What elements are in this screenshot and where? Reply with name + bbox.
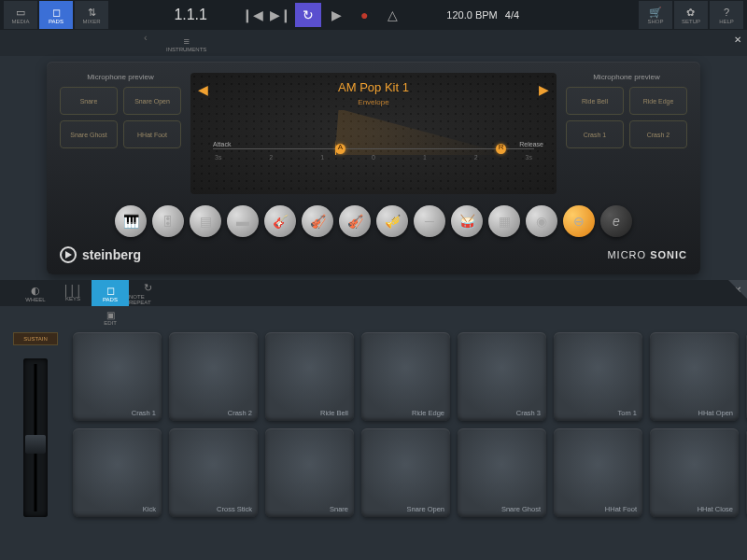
preview-pad[interactable]: Snare Ghost — [60, 120, 118, 148]
chevron-left-icon[interactable]: ‹ — [144, 32, 148, 43]
wheel-icon: ◐ — [31, 285, 40, 297]
instrument-category-row: 🎹 🎛 ▤ ▬ 🎸 🎻 🎻 🎺 ─ 🥁 ▦ ◉ ⊖ e — [60, 205, 687, 237]
media-icon: ▭ — [14, 6, 27, 19]
edit-preset-icon[interactable]: e — [600, 205, 632, 237]
keys-icon: │││ — [63, 285, 83, 296]
slider-thumb[interactable] — [25, 435, 46, 454]
drum-pad[interactable]: Ride Edge — [361, 332, 450, 421]
rewind-button[interactable]: ❙◀ — [239, 3, 265, 27]
drum-pad[interactable]: HHat Foot — [554, 428, 642, 517]
close-lower-icon[interactable]: ✕ — [728, 280, 747, 299]
pads-tab[interactable]: ◻PADS — [92, 280, 129, 306]
strings-icon[interactable]: 🎻 — [302, 205, 333, 237]
drum-pad[interactable]: Crash 1 — [73, 332, 162, 421]
epiano-icon[interactable]: 🎛 — [152, 205, 184, 237]
drum-pad[interactable]: Cross Stick — [169, 428, 258, 517]
setup-button[interactable]: ✿SETUP — [674, 1, 708, 29]
velocity-slider[interactable] — [23, 358, 48, 517]
instruments-tab[interactable]: ≡INSTRUMENTS — [159, 32, 214, 54]
attack-handle[interactable]: A — [335, 144, 345, 154]
gear-icon: ✿ — [684, 6, 698, 19]
aguitar-icon[interactable]: 🎸 — [264, 205, 296, 237]
preset-display: ◀ ▶ AM Pop Kit 1 Envelope Attack Release… — [190, 73, 557, 194]
edit-bar: ▣EDIT — [0, 306, 747, 329]
release-handle[interactable]: R — [496, 144, 506, 154]
drum-pad[interactable]: Snare Open — [361, 428, 450, 517]
preview-right: Microphone preview Ride Bell Ride Edge C… — [566, 73, 687, 194]
preset-prev-icon[interactable]: ◀ — [198, 82, 208, 97]
shop-button[interactable]: 🛒SHOP — [639, 1, 672, 29]
drum-pad[interactable]: Crash 2 — [169, 332, 258, 421]
drum-pad[interactable]: Snare — [265, 428, 354, 517]
pads-button[interactable]: ◻PADS — [39, 1, 73, 29]
percussion-icon[interactable]: ◉ — [526, 205, 557, 237]
drum-pad[interactable]: HHat Open — [650, 332, 739, 421]
list-icon: ≡ — [183, 35, 189, 47]
drum-pad[interactable]: Ride Bell — [265, 332, 354, 421]
mallet-icon[interactable]: ▦ — [488, 205, 520, 237]
close-panel-icon[interactable]: ✕ — [728, 30, 747, 49]
envelope-label: Envelope — [213, 98, 534, 106]
drum-pad-grid: Crash 1 Crash 2 Ride Bell Ride Edge Cras… — [73, 332, 740, 517]
mixer-button[interactable]: ⇅MIXER — [75, 1, 108, 29]
envelope-ticks: 3s210123s — [213, 154, 534, 161]
preview-pad[interactable]: Snare Open — [123, 87, 181, 115]
edit-icon: ▣ — [106, 310, 115, 320]
attack-label: Attack — [213, 141, 231, 147]
noterepeat-tab[interactable]: ↻NOTE REPEAT — [129, 280, 166, 306]
preview-pad[interactable]: Ride Edge — [629, 87, 687, 115]
instrument-panel: Microphone preview Snare Snare Open Snar… — [47, 62, 700, 274]
product-name: MICRO SONIC — [607, 249, 687, 260]
trumpet-icon[interactable]: 🎺 — [376, 205, 408, 237]
play-button[interactable]: ▶ — [323, 3, 349, 27]
sustain-button[interactable]: SUSTAIN — [13, 332, 58, 345]
preview-pad[interactable]: Snare — [60, 87, 118, 115]
metronome-button[interactable]: △ — [379, 3, 405, 27]
piano-icon[interactable]: 🎹 — [115, 205, 147, 237]
bpm-display[interactable]: 120.0 BPM — [446, 9, 497, 21]
preset-name[interactable]: AM Pop Kit 1 — [213, 80, 534, 94]
preview-pad[interactable]: Ride Bell — [566, 87, 624, 115]
lower-toolbar: ◐WHEEL │││KEYS ◻PADS ↻NOTE REPEAT ✕ — [0, 280, 747, 306]
instruments-bar: ‹ ≡INSTRUMENTS — [0, 30, 747, 56]
drum-pad[interactable]: Crash 3 — [458, 332, 546, 421]
release-label: Release — [519, 141, 543, 147]
pads-icon: ◻ — [49, 6, 63, 19]
harmonica-icon[interactable]: ▬ — [227, 205, 259, 237]
play-logo-icon — [60, 246, 77, 263]
timesig-display[interactable]: 4/4 — [505, 9, 519, 21]
organ-icon[interactable]: ▤ — [190, 205, 221, 237]
preview-pad[interactable]: HHat Foot — [123, 120, 181, 148]
preview-pad[interactable]: Crash 2 — [629, 120, 687, 148]
drum-pad[interactable]: Snare Ghost — [458, 428, 546, 517]
preview-pad[interactable]: Crash 1 — [566, 120, 624, 148]
top-toolbar: ▭MEDIA ◻PADS ⇅MIXER 1.1.1 ❙◀ ▶❙ ↻ ▶ ● △ … — [0, 0, 747, 30]
pad-area: SUSTAIN Crash 1 Crash 2 Ride Bell Ride E… — [0, 329, 747, 517]
keys-tab[interactable]: │││KEYS — [54, 280, 92, 306]
shop-icon: 🛒 — [649, 6, 662, 19]
flute-icon[interactable]: ─ — [414, 205, 445, 237]
drumkit-icon[interactable]: 🥁 — [451, 205, 483, 237]
steinberg-logo: steinberg — [60, 246, 141, 263]
envelope-axis — [213, 148, 534, 149]
song-position[interactable]: 1.1.1 — [153, 7, 228, 23]
forward-button[interactable]: ▶❙ — [267, 3, 293, 27]
media-button[interactable]: ▭MEDIA — [4, 1, 37, 29]
wheel-tab[interactable]: ◐WHEEL — [17, 280, 54, 306]
drum-pad[interactable]: Kick — [73, 428, 162, 517]
preview-left: Microphone preview Snare Snare Open Snar… — [60, 73, 181, 194]
help-icon: ? — [720, 6, 733, 19]
drum-pad[interactable]: HHat Close — [650, 428, 739, 517]
snare-icon[interactable]: ⊖ — [563, 205, 595, 237]
preset-next-icon[interactable]: ▶ — [539, 82, 549, 97]
help-button[interactable]: ?HELP — [710, 1, 743, 29]
preview-title-left: Microphone preview — [60, 73, 181, 81]
loop-button[interactable]: ↻ — [295, 3, 321, 27]
repeat-icon: ↻ — [144, 282, 152, 294]
record-button[interactable]: ● — [351, 3, 377, 27]
preview-title-right: Microphone preview — [566, 73, 687, 81]
pads-tab-icon: ◻ — [106, 285, 115, 297]
edit-button[interactable]: ▣EDIT — [92, 306, 129, 329]
drum-pad[interactable]: Tom 1 — [554, 332, 642, 421]
violin-icon[interactable]: 🎻 — [339, 205, 371, 237]
